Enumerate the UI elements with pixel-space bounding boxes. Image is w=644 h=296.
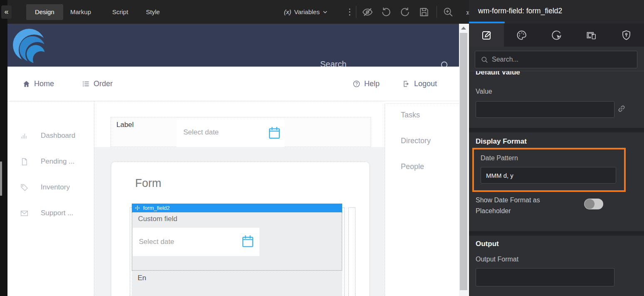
collapse-panel-button[interactable]: « <box>1 5 12 19</box>
tab-style[interactable]: Style <box>146 4 160 20</box>
list-item-people[interactable]: People <box>401 162 424 171</box>
tag-icon <box>20 183 29 192</box>
pointer-circle-icon <box>551 30 562 41</box>
sidebar-item-dashboard[interactable]: Dashboard <box>7 130 94 141</box>
form-empty-column-outline <box>348 207 355 296</box>
highlight-annotation-box: Date Pattern <box>472 148 626 192</box>
tab-styles[interactable] <box>504 23 539 47</box>
left-strip-scroll-handle[interactable] <box>0 162 2 196</box>
sidebar-item-label: Support ... <box>41 209 73 217</box>
calendar-icon[interactable] <box>242 232 254 249</box>
toolbar-divider <box>437 6 437 18</box>
show-date-format-label: Show Date Format as Placeholder <box>476 195 540 216</box>
properties-panel: wm-form-field: form_field2 <box>469 0 644 296</box>
tab-design[interactable]: Design <box>26 4 63 20</box>
tab-devices[interactable] <box>574 23 609 47</box>
date-placeholder: Select date <box>183 128 219 137</box>
nav-item-help[interactable]: Help <box>353 67 380 101</box>
default-value-input[interactable] <box>476 101 614 118</box>
nav-item-label: Logout <box>414 80 437 88</box>
section-output: Output Output Format <box>469 236 644 296</box>
redo-icon[interactable] <box>399 6 411 18</box>
tab-events[interactable] <box>539 23 574 47</box>
home-icon <box>22 80 30 88</box>
sidebar-item-label: Pending ... <box>41 157 74 166</box>
next-form-field[interactable]: En <box>132 271 342 296</box>
sidebar-item-label: Dashboard <box>41 132 75 140</box>
sidebar-item-label: Inventory <box>41 183 70 192</box>
wavemaker-logo-icon <box>12 27 47 65</box>
form-title: Form <box>135 177 161 190</box>
more-options-icon[interactable]: ⋮ <box>345 6 354 17</box>
toggle-knob <box>585 199 595 209</box>
document-icon <box>20 157 29 166</box>
chevron-down-icon <box>323 10 328 15</box>
move-icon <box>135 205 140 211</box>
date-widget-label-row[interactable]: Label Select date <box>111 117 371 147</box>
output-format-label: Output Format <box>476 256 518 263</box>
value-label: Value <box>476 88 492 95</box>
canvas-nav-bar: Home Order Help Logout <box>7 67 459 101</box>
canvas-app-header: wavemaker Search <box>7 24 459 67</box>
tab-security[interactable] <box>609 23 644 47</box>
nav-item-home[interactable]: Home <box>22 67 54 101</box>
undo-icon[interactable] <box>380 6 392 18</box>
display-format-heading: Display Format <box>476 137 527 146</box>
tab-properties[interactable] <box>469 23 504 47</box>
output-heading: Output <box>476 240 499 248</box>
calendar-icon[interactable] <box>268 125 281 140</box>
selected-form-field[interactable]: Custom field Select date <box>132 212 342 271</box>
properties-search-input[interactable] <box>492 52 633 67</box>
logout-icon <box>402 80 410 88</box>
zoom-in-icon[interactable] <box>442 6 454 18</box>
bind-link-icon[interactable] <box>617 104 627 114</box>
nav-item-label: Help <box>364 80 380 88</box>
show-date-format-toggle[interactable] <box>584 199 603 209</box>
left-collapsed-strip <box>0 0 7 296</box>
variables-dropdown[interactable]: (x) Variables <box>284 0 328 24</box>
date-picker-input[interactable]: Select date <box>177 118 284 147</box>
tab-script[interactable]: Script <box>112 4 128 20</box>
canvas-design-area: Label Select date Form form_field2 Custo… <box>94 101 385 296</box>
selected-widget-handle[interactable]: form_field2 <box>132 204 342 212</box>
mail-icon <box>20 209 29 218</box>
scrollbar-thumb[interactable] <box>460 33 467 290</box>
nav-item-label: Order <box>94 80 113 88</box>
shield-key-icon <box>621 30 632 41</box>
sidebar-item-support[interactable]: Support ... <box>7 208 94 219</box>
date-placeholder: Select date <box>139 238 174 246</box>
widget-label: Label <box>116 121 134 129</box>
list-item-tasks[interactable]: Tasks <box>401 111 420 119</box>
field-label: Custom field <box>138 215 177 223</box>
sidebar-item-pending[interactable]: Pending ... <box>7 156 94 167</box>
section-divider <box>469 231 644 236</box>
list-icon <box>82 80 90 88</box>
preview-visibility-off-icon[interactable] <box>362 6 373 18</box>
date-pattern-label: Date Pattern <box>481 154 518 162</box>
nav-item-order[interactable]: Order <box>82 67 113 101</box>
output-format-input[interactable] <box>476 268 614 286</box>
selected-widget-name: form_field2 <box>143 205 170 211</box>
form-widget-card[interactable]: Form form_field2 Custom field Select dat… <box>111 162 370 296</box>
nav-item-logout[interactable]: Logout <box>402 67 437 101</box>
field-label: En <box>138 274 146 282</box>
section-divider <box>469 128 644 132</box>
toolbar-divider <box>356 6 356 18</box>
list-item-directory[interactable]: Directory <box>401 137 431 145</box>
variables-label: Variables <box>294 8 320 15</box>
date-pattern-input[interactable] <box>481 167 616 184</box>
nav-item-label: Home <box>34 80 54 88</box>
bar-chart-icon <box>20 132 29 140</box>
scrollbar-up-arrow[interactable] <box>459 24 468 32</box>
section-default-value: Default Value Value <box>469 71 644 128</box>
canvas-right-list: Tasks Directory People <box>385 103 459 296</box>
search-icon <box>481 56 489 64</box>
tab-markup[interactable]: Markup <box>70 4 91 20</box>
variables-x-icon: (x) <box>284 8 291 15</box>
properties-search-box <box>475 51 637 68</box>
selected-widget-title: wm-form-field: form_field2 <box>478 0 562 22</box>
field-date-picker-input[interactable]: Select date <box>133 228 259 256</box>
sidebar-item-inventory[interactable]: Inventory <box>7 182 94 193</box>
save-icon[interactable] <box>418 6 430 18</box>
palette-icon <box>516 30 527 41</box>
